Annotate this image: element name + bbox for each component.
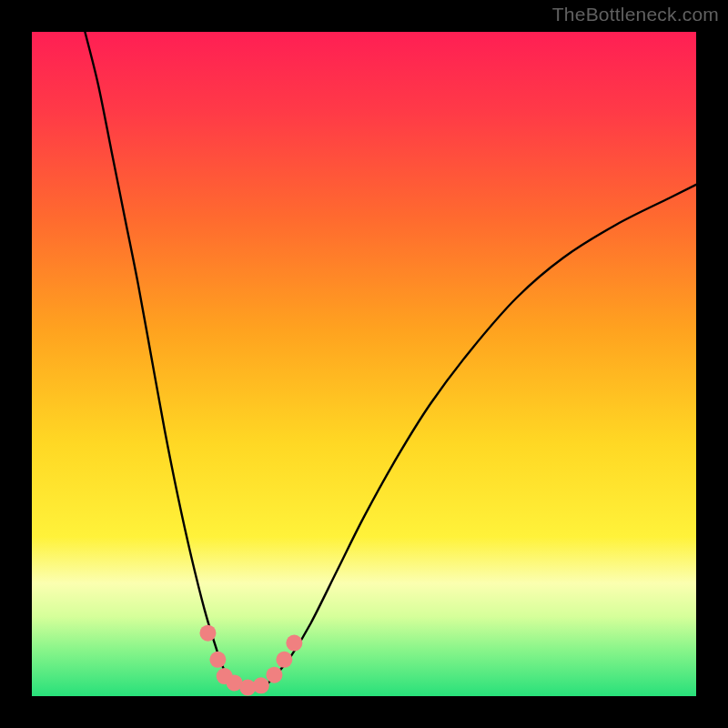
watermark-text: TheBottleneck.com [552,4,719,25]
highlight-marker [209,652,226,668]
highlight-marker [199,625,216,642]
highlight-marker [253,677,269,693]
plot-area [32,32,696,696]
bottleneck-chart-svg [32,32,696,696]
highlight-marker [276,652,292,668]
chart-frame: TheBottleneck.com [0,0,728,728]
gradient-background [32,32,696,696]
highlight-marker [286,635,302,652]
highlight-marker [266,667,282,683]
